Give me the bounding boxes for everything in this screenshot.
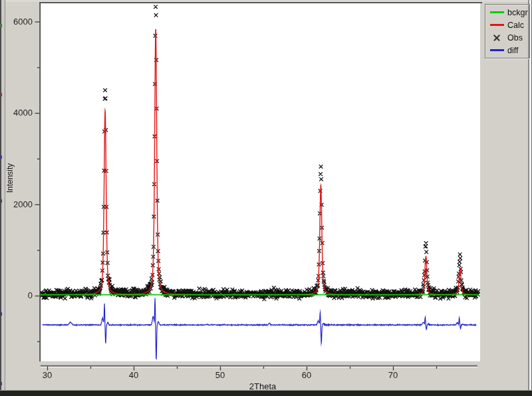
diffraction-plot-canvas[interactable] <box>0 0 532 396</box>
x-tick-label: 50 <box>209 370 231 380</box>
y-tick-label: 6000 <box>2 17 33 27</box>
diff-line-icon <box>489 49 504 51</box>
legend-label: diff <box>507 46 518 55</box>
x-tick-label: 60 <box>295 370 318 380</box>
legend-item-obs: Obs <box>485 31 529 44</box>
y-axis-title: Intensity <box>5 163 15 193</box>
legend-label: bckgr <box>507 8 528 17</box>
calc-line-icon <box>489 24 504 26</box>
x-tick-label: 30 <box>36 370 59 380</box>
legend-item-calc: Calc <box>485 19 529 31</box>
x-tick-label: 40 <box>122 370 145 380</box>
legend-label: Calc <box>507 21 524 30</box>
legend-label: Obs <box>507 33 523 43</box>
y-tick-label: 4000 <box>2 108 33 118</box>
y-tick-label: 2000 <box>2 199 33 209</box>
legend-box: bckgr Calc Obs diff <box>485 4 530 58</box>
bckgr-line-icon <box>489 11 504 13</box>
x-tick-label: 70 <box>382 370 404 380</box>
legend-item-bckgr: bckgr <box>485 6 529 19</box>
obs-x-marker-icon <box>489 35 504 41</box>
y-tick-label: 0 <box>2 290 33 300</box>
plot-window: Intensity 2Theta 3040506070 020004000600… <box>0 0 532 396</box>
legend-item-diff: diff <box>485 44 529 56</box>
x-axis-title: 2Theta <box>226 381 299 391</box>
